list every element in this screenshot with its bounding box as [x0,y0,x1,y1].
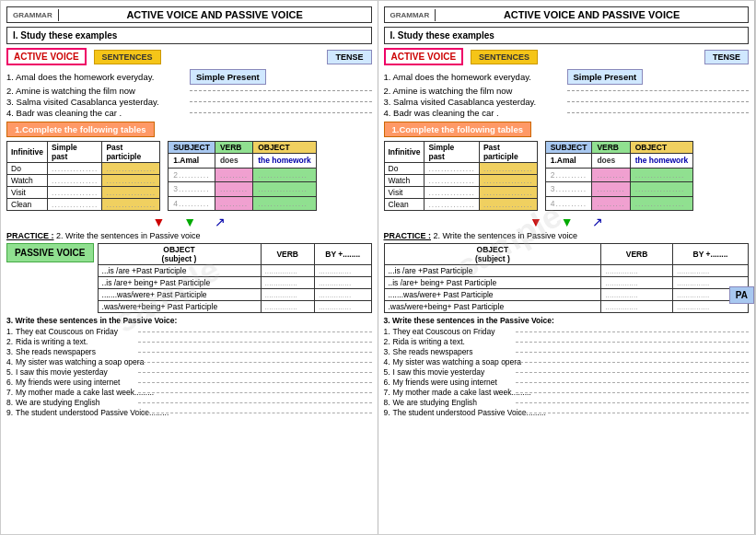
write-row-r3: 3.She reads newspapers [384,347,750,356]
write-row-2: 2.Rida is writing a text. [6,337,372,346]
grammar-label-left: GRAMMAR [7,9,59,21]
dots-4 [190,112,372,113]
wdr-1 [516,331,750,332]
wsr-9: The student understood Passive Voice....… [393,408,513,417]
table-row: .was/were+being+ Past Participle .......… [98,301,371,313]
sentence-row-3: 3. Salma visited Casablanca yesterday. [6,97,372,107]
pp-watch: ................ [102,175,160,187]
grammar-title-left: ACTIVE VOICE AND PASSIVE VOICE [59,7,371,22]
inf-watch-r: Watch [384,175,425,187]
verb-header-r: VERB [592,142,630,154]
wsr-8: We are studying English [393,398,513,407]
num-3: 3. [6,347,16,356]
pp-do: ................ [102,163,160,175]
sentence-1: 1. Amal does the homework everyday. [6,72,186,82]
ws-9: The student understood Passive Voice....… [16,408,135,417]
num-r2: 2. [384,337,393,346]
num-r6: 6. [384,378,393,387]
passive-verb-r1: ............... [672,265,748,277]
sentence-3: 3. Salma visited Casablanca yesterday. [6,97,186,107]
svo-o2: ................ [253,168,317,182]
sentence-row-2: 2. Amine is watching the film now [6,86,372,96]
tables-row-right: Infinitive Simplepast Pastparticiple Do … [384,141,750,211]
table-row: Do ............... ................ [384,163,537,175]
table-row: Do ............... ................ [7,163,160,175]
active-row-left: ACTIVE VOICE SENTENCES TENSE [6,48,372,65]
passive-obj-1: ............... [261,265,314,277]
svo-v3-r: ......... [592,182,630,197]
passive-verb-4: ............... [314,301,371,313]
sentences-box-left: SENTENCES [94,50,161,64]
past-participle-header-r: Pastparticiple [479,142,537,163]
wdr-8 [516,402,750,403]
num-r7: 7. [384,388,393,397]
svo-s3-r: 3.......... [545,182,592,197]
num-9: 9. [6,408,16,417]
ws-6: My friends were using internet [16,378,135,387]
complete-label-left: 1.Complete the following tables [6,122,155,137]
svo-o2-r: ................ [630,168,693,182]
sentence-row-r1: 1. Amal does the homework everyday. Simp… [384,69,750,85]
table-row: 4.......... ......... ................ [169,196,317,211]
arrow-down-right: ▼ [183,215,196,229]
svo-v4-r: ......... [592,196,630,211]
practice-label-left: PRACTICE : 2. Write the sentences in Pas… [6,231,372,240]
practice-underline-r: PRACTICE : [384,231,432,240]
passive-form-3: .......was/were+ Past Participle [98,289,261,301]
pa-box: PA [729,286,754,304]
tables-row-left: Infinitive Simplepast Pastparticiple Do … [6,141,372,211]
sentence-r3: 3. Salma visited Casablanca yesterday. [384,97,564,107]
num-r9: 9. [384,408,393,417]
passive-obj-3: ............... [261,289,314,301]
write-row-r7: 7.My mother made a cake last week.......… [384,388,750,397]
verb-header: VERB [215,142,252,154]
passive-verb-3: ............... [314,289,371,301]
wsr-2: Rida is writing a text. [393,337,513,346]
table-row: Watch ............... ................ [7,175,160,187]
inf-visit-r: Visit [384,187,425,199]
write-row-8: 8.We are studying English [6,398,372,407]
num-8: 8. [6,398,16,407]
num-4: 4. [6,357,16,366]
table-row: 1.Amal does the homework [545,154,693,169]
ws-1: They eat Couscous on Friday [16,327,135,336]
passive-table-left: OBJECT(subject ) VERB BY +........ ...is… [98,243,372,313]
study-box-left: I. Study these examples [6,27,372,44]
sentence-r2: 2. Amine is watching the film now [384,86,564,96]
pp-watch-r: ................ [479,175,537,187]
svo-s4: 4.......... [169,196,215,211]
svo-o1: the homework [253,154,317,169]
write-row-4: 4.My sister was watching a soap opera [6,357,372,366]
write-row-7: 7.My mother made a cake last week.......… [6,388,372,397]
wdr-5 [516,372,750,373]
inf-do-r: Do [384,163,425,175]
num-r4: 4. [384,357,393,366]
sentence-row-1: 1. Amal does the homework everyday. Simp… [6,69,372,85]
passive-obj-r4: ............... [601,301,673,313]
sp-do: ............... [47,163,101,175]
write-row-r4: 4.My sister was watching a soap opera [384,357,750,366]
dots-r3 [567,101,750,102]
simple-past-header-r: Simplepast [425,142,479,163]
passive-voice-box-left: PASSIVE VOICE [6,243,94,262]
arrow-right-diag-r: ↗ [592,215,603,229]
passive-obj-r2: ............... [601,277,673,289]
svo-s1: 1.Amal [169,154,215,169]
active-row-right: ACTIVE VOICE SENTENCES TENSE [384,48,750,65]
write-row-r2: 2.Rida is writing a text. [384,337,750,346]
sentence-row-r4: 4. Badr was cleaning the car . [384,108,750,118]
wd-7 [138,392,372,393]
sp-visit: ............... [47,187,101,199]
sp-clean-r: ............... [425,199,479,211]
sentence-row-r2: 2. Amine is watching the film now [384,86,750,96]
num-r3: 3. [384,347,393,356]
inf-table-right: Infinitive Simplepast Pastparticiple Do … [384,141,538,211]
inf-header: Infinitive [7,142,48,163]
grammar-title-right: ACTIVE VOICE AND PASSIVE VOICE [436,7,748,22]
sentence-2: 2. Amine is watching the film now [6,86,186,96]
svo-v1-r: does [592,154,630,169]
ws-5: I saw this movie yesterday [16,367,135,377]
svo-o3-r: ................ [630,182,693,197]
dots-r2 [567,90,750,91]
write-row-r8: 8.We are studying English [384,398,750,407]
